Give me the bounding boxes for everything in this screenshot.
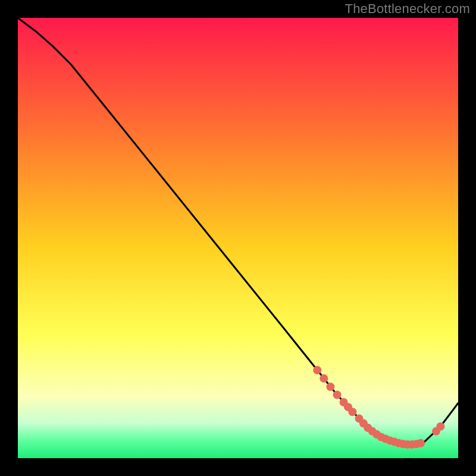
chart-stage: TheBottlenecker.com [0, 0, 476, 476]
curve-marker [333, 390, 342, 399]
curve-marker [320, 374, 328, 383]
curve-marker [326, 383, 334, 391]
curve-marker [416, 439, 425, 447]
curve-marker [348, 408, 356, 416]
curve-marker [436, 422, 444, 431]
chart-svg [18, 18, 458, 458]
gradient-background [18, 18, 458, 458]
attribution-label: TheBottlenecker.com [345, 1, 470, 17]
chart-plot-area [18, 18, 458, 458]
curve-marker [313, 366, 321, 374]
